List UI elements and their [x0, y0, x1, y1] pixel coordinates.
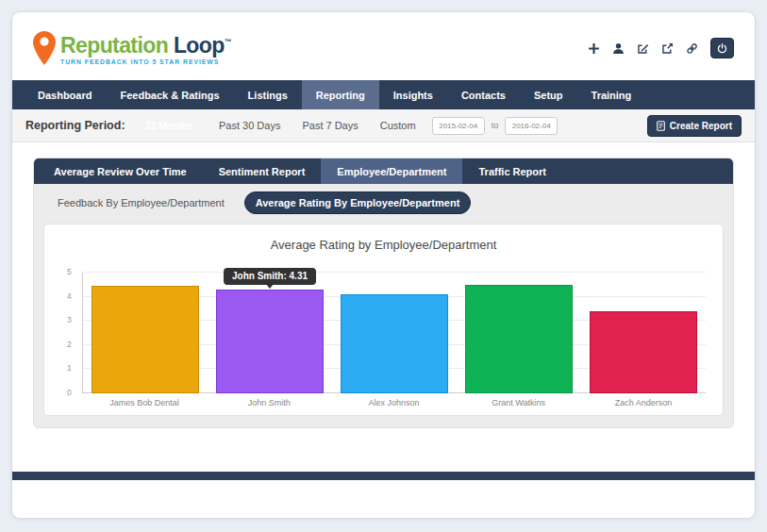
reporting-period-label: Reporting Period: — [25, 119, 125, 132]
bar-slot — [581, 273, 706, 393]
link-icon[interactable] — [686, 42, 698, 55]
y-tick-label: 1 — [67, 363, 72, 373]
power-icon — [717, 43, 727, 54]
footer-spacer — [12, 428, 755, 472]
plus-icon[interactable] — [588, 42, 600, 55]
brand-primary: Reputation — [60, 33, 168, 58]
nav-item-insights[interactable]: Insights — [379, 80, 447, 109]
y-tick-label: 0 — [67, 388, 72, 397]
tab-average-review-over-time[interactable]: Average Review Over Time — [38, 158, 203, 184]
chart-card: Average Rating by Employee/Department Jo… — [43, 224, 724, 416]
app-window: Reputation Loop™ TURN FEEDBACK INTO 5 ST… — [11, 11, 756, 519]
subtab-feedback-by-employee-department[interactable]: Feedback By Employee/Department — [47, 192, 235, 213]
footer-bottom — [12, 480, 755, 518]
nav-item-dashboard[interactable]: Dashboard — [24, 80, 106, 109]
chart-tooltip: John Smith: 4.31 — [224, 268, 316, 285]
bar-zach-anderson[interactable] — [590, 311, 698, 393]
nav-item-setup[interactable]: Setup — [520, 80, 577, 109]
trademark: ™ — [225, 38, 231, 46]
report-tabbar: Average Review Over Time Sentiment Repor… — [34, 158, 733, 184]
x-tick-label: John Smith — [207, 398, 331, 407]
bar-john-smith[interactable] — [216, 290, 325, 393]
y-tick-label: 3 — [67, 315, 72, 324]
bar-slot — [457, 273, 581, 393]
x-tick-label: Alex Johnson — [331, 398, 456, 407]
logo-tagline: TURN FEEDBACK INTO 5 STAR REVIEWS — [60, 58, 231, 65]
nav-item-contacts[interactable]: Contacts — [447, 80, 520, 109]
date-range-to-label: to — [492, 121, 499, 130]
y-tick-label: 2 — [67, 340, 72, 349]
x-tick-label: Zach Anderson — [581, 398, 706, 407]
chart-x-labels: James Bob DentalJohn SmithAlex JohnsonGr… — [82, 398, 706, 407]
period-custom-button[interactable]: Custom — [375, 116, 422, 135]
y-tick-label: 4 — [67, 291, 72, 301]
x-tick-label: James Bob Dental — [82, 398, 207, 407]
compose-icon[interactable] — [661, 42, 674, 55]
bar-slot — [83, 273, 208, 393]
period-past-7-days-button[interactable]: Past 7 Days — [296, 116, 363, 135]
main-nav: Dashboard Feedback & Ratings Listings Re… — [12, 80, 755, 109]
chart-title: Average Rating by Employee/Department — [61, 238, 706, 252]
logo-text: Reputation Loop™ TURN FEEDBACK INTO 5 ST… — [60, 31, 231, 65]
brand-secondary: Loop — [174, 33, 225, 58]
subtab-average-rating-by-employee-department[interactable]: Average Rating By Employee/Department — [244, 191, 472, 214]
nav-item-feedback-ratings[interactable]: Feedback & Ratings — [106, 80, 233, 109]
chart-tooltip-label: John Smith: 4.31 — [232, 271, 308, 281]
chart-bars — [83, 273, 706, 393]
logo: Reputation Loop™ TURN FEEDBACK INTO 5 ST… — [33, 31, 231, 65]
header: Reputation Loop™ TURN FEEDBACK INTO 5 ST… — [12, 12, 755, 80]
tab-sentiment-report[interactable]: Sentiment Report — [203, 158, 322, 184]
sub-tabbar: Feedback By Employee/Department Average … — [34, 184, 733, 220]
create-report-button[interactable]: Create Report — [647, 115, 742, 137]
chart-plot-area: John Smith: 4.31 012345 — [82, 273, 706, 393]
footer-bar — [12, 472, 755, 480]
x-tick-label: Grant Watkins — [457, 398, 581, 407]
reporting-period-bar: Reporting Period: 12 Months Past 30 Days… — [12, 109, 755, 142]
nav-item-training[interactable]: Training — [577, 80, 646, 109]
user-icon[interactable] — [612, 42, 625, 55]
report-panel: Average Review Over Time Sentiment Repor… — [33, 158, 734, 428]
period-12-months-button[interactable]: 12 Months — [136, 116, 203, 136]
tab-traffic-report[interactable]: Traffic Report — [462, 158, 562, 184]
map-pin-icon — [33, 31, 56, 65]
date-to-input[interactable] — [505, 117, 558, 135]
period-past-30-days-button[interactable]: Past 30 Days — [213, 116, 286, 135]
tab-employee-department[interactable]: Employee/Department — [321, 158, 462, 184]
edit-icon[interactable] — [637, 42, 649, 55]
bar-james-bob-dental[interactable] — [92, 286, 200, 393]
y-tick-label: 5 — [67, 267, 72, 276]
create-report-label: Create Report — [670, 121, 732, 131]
nav-item-reporting[interactable]: Reporting — [302, 80, 379, 109]
nav-item-listings[interactable]: Listings — [234, 80, 302, 109]
header-toolbar — [588, 38, 734, 58]
bar-slot — [208, 273, 332, 393]
date-from-input[interactable] — [432, 117, 485, 135]
bar-alex-johnson[interactable] — [341, 294, 449, 393]
bar-slot — [332, 273, 457, 393]
bar-grant-watkins[interactable] — [465, 285, 574, 393]
power-button[interactable] — [710, 38, 734, 58]
report-document-icon — [657, 121, 665, 131]
